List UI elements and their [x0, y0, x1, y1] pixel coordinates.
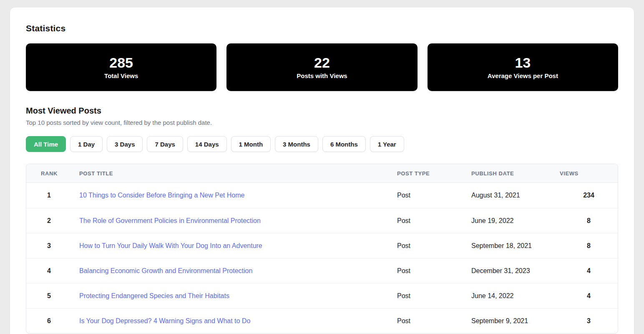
views-cell: 4	[560, 267, 618, 275]
post-title-link[interactable]: Is Your Dog Depressed? 4 Warning Signs a…	[79, 317, 250, 324]
section-title: Most Viewed Posts	[26, 106, 618, 116]
post-title-link[interactable]: 10 Things to Consider Before Bringing a …	[79, 192, 244, 199]
post-type-cell: Post	[397, 192, 471, 199]
views-cell: 3	[560, 317, 618, 325]
views-cell: 234	[560, 192, 618, 199]
statistics-panel: Statistics 285 Total Views 22 Posts with…	[10, 8, 634, 334]
stat-label: Average Views per Post	[488, 72, 558, 79]
dashboard-page: Statistics 285 Total Views 22 Posts with…	[0, 0, 644, 334]
post-type-cell: Post	[397, 267, 471, 275]
stat-value: 22	[314, 55, 330, 71]
publish-date-cell: August 31, 2021	[471, 192, 560, 199]
views-cell: 8	[560, 242, 618, 250]
table-row: 4 Balancing Economic Growth and Environm…	[26, 258, 618, 283]
table-header-row: RANK POST TITLE POST TYPE PUBLISH DATE V…	[26, 164, 618, 183]
stat-card: 22 Posts with Views	[226, 43, 417, 91]
stat-label: Posts with Views	[297, 72, 347, 79]
filter-button-3-months[interactable]: 3 Months	[275, 136, 318, 152]
table-body: 1 10 Things to Consider Before Bringing …	[26, 183, 618, 333]
date-filter-group: All Time 1 Day 3 Days 7 Days 14 Days 1 M…	[26, 136, 618, 152]
rank-cell: 1	[26, 192, 79, 199]
rank-cell: 3	[26, 242, 79, 250]
table-row: 5 Protecting Endangered Species and Thei…	[26, 283, 618, 308]
post-type-cell: Post	[397, 292, 471, 300]
post-title-cell: Protecting Endangered Species and Their …	[79, 292, 397, 300]
post-title-cell: 10 Things to Consider Before Bringing a …	[79, 192, 397, 199]
post-title-link[interactable]: Protecting Endangered Species and Their …	[79, 292, 229, 299]
header-views: VIEWS	[560, 170, 618, 177]
post-title-cell: How to Turn Your Daily Walk With Your Do…	[79, 242, 397, 250]
filter-button-1-day[interactable]: 1 Day	[70, 136, 103, 152]
rank-cell: 5	[26, 292, 79, 300]
publish-date-cell: September 18, 2021	[471, 242, 560, 250]
post-type-cell: Post	[397, 217, 471, 225]
filter-button-7-days[interactable]: 7 Days	[147, 136, 183, 152]
views-cell: 8	[560, 217, 618, 225]
rank-cell: 4	[26, 267, 79, 275]
stat-label: Total Views	[104, 72, 138, 79]
post-type-cell: Post	[397, 317, 471, 325]
rank-cell: 2	[26, 217, 79, 225]
filter-button-14-days[interactable]: 14 Days	[187, 136, 227, 152]
table-row: 2 The Role of Government Policies in Env…	[26, 208, 618, 233]
table-row: 1 10 Things to Consider Before Bringing …	[26, 183, 618, 208]
post-title-cell: Balancing Economic Growth and Environmen…	[79, 267, 397, 275]
filter-button-1-year[interactable]: 1 Year	[370, 136, 404, 152]
filter-button-6-months[interactable]: 6 Months	[322, 136, 366, 152]
header-rank: RANK	[26, 170, 79, 177]
publish-date-cell: December 31, 2023	[471, 267, 560, 275]
table-row: 6 Is Your Dog Depressed? 4 Warning Signs…	[26, 308, 618, 333]
most-viewed-posts-table: RANK POST TITLE POST TYPE PUBLISH DATE V…	[26, 164, 618, 334]
stat-value: 285	[109, 55, 133, 71]
header-post-type: POST TYPE	[397, 170, 471, 177]
stat-card: 285 Total Views	[26, 43, 216, 91]
stat-cards-row: 285 Total Views 22 Posts with Views 13 A…	[26, 43, 618, 91]
filter-button-3-days[interactable]: 3 Days	[107, 136, 143, 152]
stat-value: 13	[515, 55, 531, 71]
section-subtitle: Top 10 posts sorted by view count, filte…	[26, 119, 618, 126]
post-type-cell: Post	[397, 242, 471, 250]
table-row: 3 How to Turn Your Daily Walk With Your …	[26, 233, 618, 258]
header-publish-date: PUBLISH DATE	[471, 170, 560, 177]
publish-date-cell: June 14, 2022	[471, 292, 560, 300]
post-title-cell: The Role of Government Policies in Envir…	[79, 217, 397, 225]
page-title: Statistics	[26, 23, 618, 33]
header-post-title: POST TITLE	[79, 170, 397, 177]
publish-date-cell: June 19, 2022	[471, 217, 560, 225]
filter-button-1-month[interactable]: 1 Month	[231, 136, 271, 152]
post-title-link[interactable]: How to Turn Your Daily Walk With Your Do…	[79, 242, 262, 249]
views-cell: 4	[560, 292, 618, 300]
rank-cell: 6	[26, 317, 79, 325]
post-title-link[interactable]: Balancing Economic Growth and Environmen…	[79, 267, 252, 274]
post-title-cell: Is Your Dog Depressed? 4 Warning Signs a…	[79, 317, 397, 325]
filter-button-all-time[interactable]: All Time	[26, 136, 66, 152]
post-title-link[interactable]: The Role of Government Policies in Envir…	[79, 217, 261, 224]
publish-date-cell: September 9, 2021	[471, 317, 560, 325]
stat-card: 13 Average Views per Post	[428, 43, 618, 91]
